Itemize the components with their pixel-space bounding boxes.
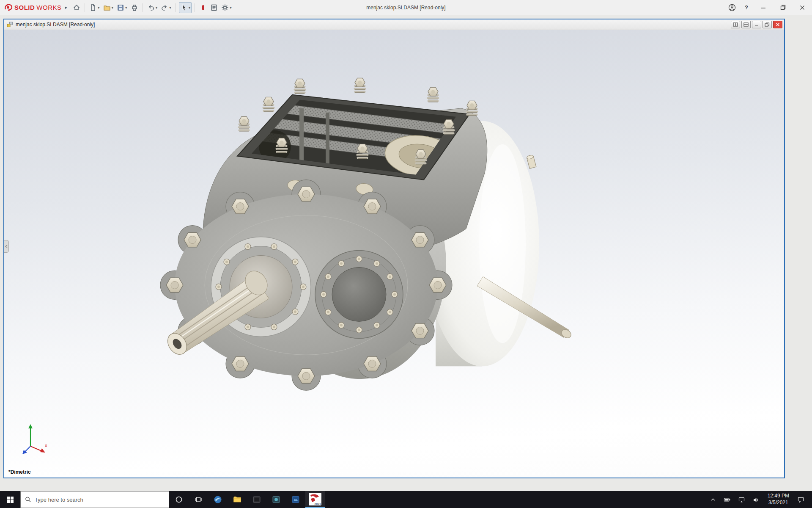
doc-minimize-button[interactable] bbox=[752, 21, 761, 28]
select-cursor-icon bbox=[180, 4, 188, 11]
viewport-3d[interactable]: x *Dimetric bbox=[4, 30, 784, 478]
edge-browser-button[interactable] bbox=[208, 491, 228, 508]
record-icon bbox=[199, 4, 207, 11]
orientation-triad: x bbox=[14, 422, 50, 458]
logo-text-solid: SOLID bbox=[14, 4, 35, 11]
gear-icon bbox=[221, 4, 229, 11]
tile-horizontal-icon bbox=[743, 22, 749, 27]
app-titlebar: SOLIDWORKS ▸ ▾ ▾ ▾ ▾ ▾ bbox=[0, 0, 812, 15]
doc-tile-vertical-button[interactable] bbox=[731, 21, 740, 28]
open-folder-icon bbox=[103, 4, 111, 11]
network-icon bbox=[738, 496, 745, 503]
start-button[interactable] bbox=[0, 491, 20, 508]
dropdown-caret[interactable]: ▾ bbox=[125, 6, 127, 10]
solidworks-logo: SOLIDWORKS bbox=[4, 4, 62, 11]
speaker-icon bbox=[752, 496, 760, 503]
undo-icon bbox=[147, 4, 155, 11]
battery-icon bbox=[724, 496, 731, 503]
dropdown-caret[interactable]: ▾ bbox=[189, 6, 191, 10]
account-button[interactable] bbox=[725, 0, 739, 15]
clock-time: 12:49 PM bbox=[768, 493, 789, 500]
record-button[interactable] bbox=[198, 2, 208, 13]
save-icon bbox=[117, 4, 124, 11]
close-icon bbox=[800, 5, 805, 10]
options-button[interactable]: ▾ bbox=[220, 2, 233, 13]
view-orientation-label: *Dimetric bbox=[8, 469, 31, 475]
search-icon bbox=[25, 496, 31, 503]
panel-collapse-tab[interactable] bbox=[4, 240, 9, 253]
windows-logo-icon bbox=[7, 496, 14, 503]
side-cover[interactable] bbox=[315, 251, 403, 339]
task-view-icon bbox=[195, 496, 202, 503]
system-tray: 12:49 PM 3/5/2021 bbox=[707, 491, 812, 508]
toolbar-separator bbox=[176, 3, 176, 12]
tile-vertical-icon bbox=[733, 22, 738, 27]
close-icon bbox=[776, 22, 780, 27]
dropdown-caret[interactable]: ▾ bbox=[98, 6, 100, 10]
triad-x-label: x bbox=[45, 443, 47, 448]
print-icon bbox=[131, 4, 138, 11]
report-icon bbox=[210, 4, 218, 11]
doc-restore-button[interactable] bbox=[763, 21, 772, 28]
restore-button[interactable] bbox=[773, 0, 793, 15]
taskbar-search[interactable] bbox=[20, 491, 169, 508]
save-button[interactable]: ▾ bbox=[115, 2, 129, 13]
menu-flyout-arrow[interactable]: ▸ bbox=[65, 5, 68, 10]
taskbar-clock[interactable]: 12:49 PM 3/5/2021 bbox=[764, 493, 793, 506]
home-button[interactable] bbox=[71, 2, 82, 13]
dropdown-caret[interactable]: ▾ bbox=[169, 6, 171, 10]
redo-button[interactable]: ▾ bbox=[159, 2, 173, 13]
document-titlebar[interactable]: menjac sklop.SLDASM [Read-only] bbox=[4, 19, 784, 30]
dropdown-caret[interactable]: ▾ bbox=[230, 6, 232, 10]
battery-tray-button[interactable] bbox=[721, 491, 734, 508]
titlebar-right-controls: ? bbox=[725, 0, 812, 15]
action-center-button[interactable] bbox=[794, 491, 807, 508]
gearbox-assembly-model[interactable] bbox=[4, 30, 784, 478]
dassault-3ds-logo-icon bbox=[4, 4, 13, 11]
tray-chevron-button[interactable] bbox=[707, 491, 719, 508]
task-view-button[interactable] bbox=[189, 491, 208, 508]
open-button[interactable]: ▾ bbox=[102, 2, 115, 13]
select-tool-button[interactable]: ▾ bbox=[179, 2, 192, 13]
volume-tray-button[interactable] bbox=[750, 491, 763, 508]
help-button[interactable]: ? bbox=[739, 0, 754, 15]
app-button-console[interactable] bbox=[247, 491, 266, 508]
new-document-icon bbox=[89, 4, 97, 11]
search-input[interactable] bbox=[35, 497, 165, 503]
solidworks-taskbar-button[interactable]: 2021 bbox=[305, 491, 325, 508]
minimize-icon bbox=[754, 22, 759, 27]
edge-icon bbox=[213, 495, 222, 504]
dropdown-caret[interactable]: ▾ bbox=[156, 6, 158, 10]
app-window-title: menjac sklop.SLDASM [Read-only] bbox=[366, 5, 445, 11]
minimize-button[interactable] bbox=[754, 0, 773, 15]
properties-report-button[interactable] bbox=[209, 2, 219, 13]
file-explorer-button[interactable] bbox=[228, 491, 247, 508]
stud-bolt[interactable] bbox=[527, 155, 536, 168]
windows-taskbar: 2021 12:49 PM 3/5/2021 bbox=[0, 491, 812, 508]
close-app-button[interactable] bbox=[793, 0, 812, 15]
home-icon bbox=[73, 4, 80, 11]
print-button[interactable] bbox=[129, 2, 140, 13]
undo-button[interactable]: ▾ bbox=[146, 2, 159, 13]
app-button-blue[interactable] bbox=[286, 491, 305, 508]
doc-tile-horizontal-button[interactable] bbox=[741, 21, 751, 28]
toolbar-separator bbox=[195, 3, 195, 12]
quick-access-toolbar: ▾ ▾ ▾ ▾ ▾ ▾ bbox=[71, 2, 233, 13]
app-button-teal[interactable] bbox=[266, 491, 286, 508]
teal-app-icon bbox=[272, 495, 281, 504]
console-app-icon bbox=[252, 495, 261, 504]
doc-close-button[interactable] bbox=[773, 21, 782, 28]
solidworks-app-icon: 2021 bbox=[309, 493, 321, 505]
user-account-icon bbox=[728, 4, 736, 11]
dropdown-caret[interactable]: ▾ bbox=[112, 6, 114, 10]
workspace: menjac sklop.SLDASM [Read-only] bbox=[0, 15, 812, 491]
cortana-button[interactable] bbox=[169, 491, 189, 508]
chevron-left-icon bbox=[5, 245, 8, 248]
help-icon: ? bbox=[745, 4, 748, 11]
new-document-button[interactable]: ▾ bbox=[88, 2, 101, 13]
toolbar-separator bbox=[143, 3, 143, 12]
network-tray-button[interactable] bbox=[735, 491, 748, 508]
redo-icon bbox=[161, 4, 168, 11]
chevron-up-icon bbox=[710, 497, 716, 502]
assembly-document-icon bbox=[7, 22, 13, 28]
